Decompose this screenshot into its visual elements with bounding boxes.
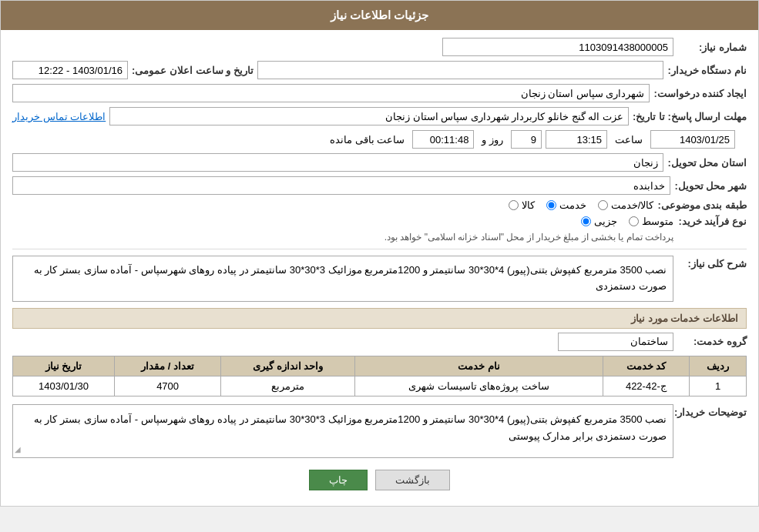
gorooh-label: گروه خدمت: [677, 336, 747, 347]
shahr-row: شهر محل تحویل: خدابنده [12, 176, 747, 195]
tabaqeh-label: طبقه بندی موضوعی: [657, 199, 747, 211]
ejad-label: ایجاد کننده درخواست: [653, 88, 747, 99]
shomara-row: شماره نیاز: 1103091438000005 [12, 38, 747, 56]
shahr-label: شهر محل تحویل: [674, 180, 747, 192]
col-radif: ردیف [690, 356, 747, 376]
tozi-box: نصب 3500 مترمربع کفپوش بتنی(پیور) 4*30*3… [12, 404, 673, 458]
tabaqeh-radios: کالا/خدمت خدمت کالا [509, 199, 654, 211]
radio-khadamat[interactable]: خدمت [546, 199, 586, 211]
dastgah-value [257, 61, 664, 79]
divider-1 [12, 249, 747, 249]
radio-kala-khadamat-input[interactable] [598, 200, 608, 210]
radio-jozvi[interactable]: جزیی [581, 216, 617, 227]
col-code: کد خدمت [603, 356, 689, 376]
roz-label: روز و [482, 134, 503, 146]
col-qty: تعداد / مقدار [115, 356, 221, 376]
tarikh-label: تاریخ و ساعت اعلان عمومی: [132, 65, 254, 76]
khadamat-section-title: اطلاعات خدمات مورد نیاز [12, 308, 747, 329]
gorooh-value: ساختمان [558, 333, 673, 351]
table-cell: 4700 [115, 376, 221, 396]
table-cell: 1403/01/30 [13, 376, 115, 396]
ostan-row: استان محل تحویل: زنجان [12, 153, 747, 172]
farayand-row: نوع فرآیند خرید: متوسط جزیی [12, 216, 747, 227]
radio-motevaset[interactable]: متوسط [629, 216, 673, 227]
farayand-radios: متوسط جزیی [581, 216, 673, 227]
days-field: 9 [511, 130, 542, 149]
time-row: 1403/01/25 ساعت 13:15 9 روز و 00:11:48 س… [12, 130, 747, 149]
tabaqeh-row: طبقه بندی موضوعی: کالا/خدمت خدمت کالا [12, 199, 747, 211]
resize-icon: ◢ [15, 443, 21, 456]
radio-kala-input[interactable] [509, 200, 519, 210]
tozi-row: توضیحات خریدار: نصب 3500 مترمربع کفپوش ب… [12, 404, 747, 458]
dastgah-tarikh-row: نام دستگاه خریدار: تاریخ و ساعت اعلان عم… [12, 61, 747, 79]
services-table: ردیف کد خدمت نام خدمت واحد اندازه گیری ت… [12, 356, 747, 396]
note-text: پرداخت تمام یا بخشی از مبلغ خریدار از مح… [385, 232, 673, 243]
page-header: جزئیات اطلاعات نیاز [1, 1, 758, 30]
khadamat-label: خدمت [559, 199, 586, 211]
col-unit: واحد اندازه گیری [221, 356, 355, 376]
remaining-field: 00:11:48 [412, 130, 474, 149]
radio-motevaset-input[interactable] [629, 216, 639, 226]
radio-kala-khadamat[interactable]: کالا/خدمت [598, 199, 654, 211]
buttons-row: بازگشت چاپ [12, 470, 747, 490]
shahr-value: خدابنده [12, 176, 670, 195]
tozi-label: توضیحات خریدار: [677, 404, 747, 418]
tarikh-value: 1403/01/16 - 12:22 [12, 61, 128, 79]
radio-khadamat-input[interactable] [546, 200, 556, 210]
note-row: پرداخت تمام یا بخشی از مبلغ خریدار از مح… [12, 232, 747, 243]
sharh-label: شرح کلی نیاز: [677, 256, 747, 269]
motevaset-label: متوسط [642, 216, 673, 227]
farayand-label: نوع فرآیند خرید: [677, 216, 747, 227]
table-cell: مترمربع [221, 376, 355, 396]
col-name: نام خدمت [355, 356, 603, 376]
saat-label: ساعت [615, 134, 643, 146]
dastgah-label: نام دستگاه خریدار: [667, 65, 747, 76]
shomara-label: شماره نیاز: [677, 42, 747, 53]
contact-link[interactable]: اطلاعات تماس خریدار [12, 111, 106, 122]
radio-jozvi-input[interactable] [581, 216, 591, 226]
table-cell: 1 [690, 376, 747, 396]
ejad-row: ایجاد کننده درخواست: شهرداری سپاس استان … [12, 84, 747, 102]
sharh-row: شرح کلی نیاز: نصب 3500 مترمربع کفپوش بتن… [12, 256, 747, 302]
ostan-label: استان محل تحویل: [667, 157, 747, 169]
table-cell: ساخت پروژه‌های تاسیسات شهری [355, 376, 603, 396]
table-row: 1ج-42-422ساخت پروژه‌های تاسیسات شهریمترم… [13, 376, 747, 396]
ostan-value: زنجان [12, 153, 663, 172]
gorooh-row: گروه خدمت: ساختمان [12, 333, 747, 351]
print-button[interactable]: چاپ [309, 470, 368, 490]
radio-kala[interactable]: کالا [509, 199, 535, 211]
time-field: 13:15 [546, 130, 607, 149]
shomara-value: 1103091438000005 [442, 38, 673, 56]
sharh-box: نصب 3500 مترمربع کفپوش بتنی(پیور) 4*30*3… [12, 256, 673, 302]
back-button[interactable]: بازگشت [375, 470, 450, 490]
date-field: 1403/01/25 [650, 130, 735, 149]
table-cell: ج-42-422 [603, 376, 689, 396]
kala-khadamat-label: کالا/خدمت [611, 199, 654, 211]
jozvi-label: جزیی [594, 216, 617, 227]
mohlet-label: مهلت ارسال پاسخ: تا تاریخ: [633, 111, 747, 122]
main-container: جزئیات اطلاعات نیاز شماره نیاز: 11030914… [0, 0, 759, 507]
header-title: جزئیات اطلاعات نیاز [331, 8, 428, 22]
contact-row: مهلت ارسال پاسخ: تا تاریخ: عزت اله گنج خ… [12, 107, 747, 125]
page-content: شماره نیاز: 1103091438000005 نام دستگاه … [1, 30, 758, 506]
baqi-label: ساعت باقی مانده [330, 134, 405, 146]
kala-label: کالا [522, 199, 535, 211]
col-date: تاریخ نیاز [13, 356, 115, 376]
address-field: عزت اله گنج خانلو کاربردار شهرداری سپاس … [109, 107, 629, 125]
ejad-value: شهرداری سپاس استان زنجان [12, 84, 650, 102]
